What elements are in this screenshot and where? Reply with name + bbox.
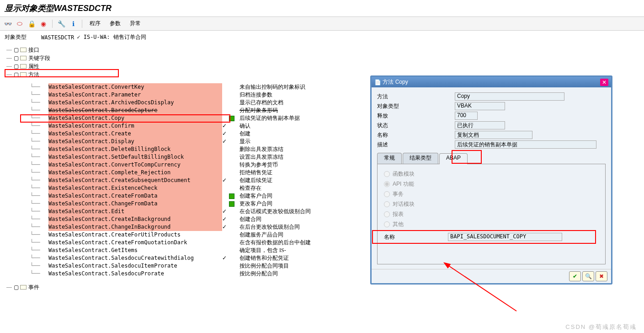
toolbar: 👓 ⬭ 🔒 ◉ 🔧 ℹ 程序 参数 异常 <box>0 17 644 31</box>
method-item[interactable]: WasteSalesContract.Complete_Rejection <box>48 169 222 177</box>
method-check: ✓ <box>222 223 227 231</box>
method-desc: 创建客户合同 <box>240 192 272 200</box>
method-item[interactable]: WasteSalesContract.ArchivedDocsDisplay <box>48 99 222 107</box>
method-desc: 显示已存档的文档 <box>240 99 283 107</box>
node-events[interactable]: 事件 <box>28 283 39 291</box>
method-item[interactable]: WasteSalesContract.Confirm <box>48 122 222 130</box>
object-code: WASTESDCTR <box>41 34 74 41</box>
method-desc: 按比例分配合同项目 <box>240 262 289 270</box>
close-icon[interactable]: ✕ <box>600 79 608 86</box>
fv-objtype: VBAK <box>455 102 505 110</box>
method-check: ✓ <box>222 177 227 184</box>
method-check: ✓ <box>222 254 227 262</box>
node-keyfields[interactable]: 关键字段 <box>28 54 50 62</box>
radio-3[interactable] <box>384 201 390 207</box>
display-change-icon[interactable]: 👓 <box>4 20 12 28</box>
radio-2[interactable] <box>384 191 390 197</box>
radio-0[interactable] <box>384 171 390 177</box>
menu-exceptions[interactable]: 异常 <box>127 19 144 28</box>
method-desc: 创建合同 <box>240 215 261 223</box>
method-item[interactable]: WasteSalesContract.CreateSubsequentDocum… <box>48 177 222 184</box>
fl-name: 名称 <box>377 131 455 139</box>
fv-desc: 后续凭证的销售副本单据 <box>455 140 596 149</box>
radio-label: API 功能 <box>393 180 414 188</box>
radio-label: 事务 <box>393 190 404 198</box>
method-item[interactable]: WasteSalesContract.SalesdocuProrate <box>48 270 222 278</box>
method-item[interactable]: WasteSalesContract.CreateForUtilProducts <box>48 231 222 239</box>
detail-button[interactable]: 🔍 <box>582 271 594 281</box>
tab-result[interactable]: 结果类型 <box>403 153 438 164</box>
method-desc: 删除出具发票冻结 <box>240 145 283 153</box>
node-methods[interactable]: 方法 <box>28 70 39 79</box>
where-used-icon[interactable]: ◉ <box>39 20 48 28</box>
method-desc: 在含有报价数据的后台中创建 <box>240 239 311 247</box>
object-header: 对象类型 WASTESDCTR ✓ IS-U-WA: 销售订单合同 <box>0 31 644 44</box>
method-check: ✓ <box>222 138 227 145</box>
other-object-icon[interactable]: ⬭ <box>16 20 24 28</box>
method-item[interactable]: WasteSalesContract.ChangeFromData <box>48 200 222 208</box>
tabstrip: 常规 结果类型 ABAP <box>377 153 606 164</box>
method-item[interactable]: WasteSalesContract.Display <box>48 138 222 145</box>
fv-release: 700 <box>455 112 478 120</box>
fv-status: 已执行 <box>455 121 505 129</box>
method-check: ✓ <box>222 215 227 223</box>
tab-abap[interactable]: ABAP <box>439 153 468 164</box>
menu-program[interactable]: 程序 <box>87 19 103 28</box>
method-item[interactable]: WasteSalesContract.DeleteBillingBlock <box>48 145 222 153</box>
method-item[interactable]: WasteSalesContract.BarcodeCapture <box>48 107 222 114</box>
method-desc: 归档连接参数 <box>240 91 272 99</box>
abap-name-label: 名称 <box>384 233 448 241</box>
method-desc: 创建 <box>240 130 250 138</box>
method-desc: 更改客户合同 <box>240 200 272 208</box>
ok-button[interactable]: ✔ <box>569 271 581 281</box>
radio-label: 对话模块 <box>393 200 415 208</box>
method-item[interactable]: WasteSalesContract.ConvertToCompCurrency <box>48 161 222 169</box>
method-desc: 后续凭证的销售副本单据 <box>240 114 300 122</box>
method-desc: 分配对象条形码 <box>240 107 278 114</box>
method-dialog: 📄 方法 Copy ✕ 方法Copy 对象类型VBAK 释放700 状态已执行 … <box>370 75 612 285</box>
method-item[interactable]: WasteSalesContract.ExistenceCheck <box>48 184 222 192</box>
radio-1[interactable] <box>384 181 390 187</box>
cancel-button[interactable]: ✖ <box>596 271 607 281</box>
method-item[interactable]: WasteSalesContract.CreateFromData <box>48 192 222 200</box>
separator <box>52 20 53 28</box>
fl-objtype: 对象类型 <box>377 102 455 110</box>
method-desc: 检查存在 <box>240 184 261 192</box>
method-check: ✓ <box>222 122 227 130</box>
method-desc: 在会话模式更改较低级别合同 <box>240 208 311 215</box>
fl-desc: 描述 <box>377 141 455 149</box>
method-item[interactable]: WasteSalesContract.SalesdocuItemProrate <box>48 262 222 270</box>
node-attributes[interactable]: 属性 <box>28 62 39 70</box>
test-icon[interactable]: 🔧 <box>57 20 65 28</box>
tab-general[interactable]: 常规 <box>377 153 402 164</box>
method-item[interactable]: WasteSalesContract.Copy <box>48 114 222 122</box>
method-desc: 拒绝销售凭证 <box>240 169 272 177</box>
radio-4[interactable] <box>384 211 390 217</box>
menu-params[interactable]: 参数 <box>107 19 123 28</box>
object-status: ✓ IS-U-WA: 销售订单合同 <box>77 33 146 41</box>
fv-method: Copy <box>455 92 564 101</box>
method-item[interactable]: WasteSalesContract.ChangeInBackground <box>48 223 222 231</box>
method-desc: 创建服务产品合同 <box>240 231 283 239</box>
dialog-doc-icon: 📄 <box>374 79 381 86</box>
dialog-buttons: ✔ 🔍 ✖ <box>372 269 611 283</box>
lock-icon[interactable]: 🔒 <box>27 20 36 28</box>
info-icon[interactable]: ℹ <box>69 20 77 28</box>
method-item[interactable]: WasteSalesContract.Create <box>48 130 222 138</box>
method-item[interactable]: WasteSalesContract.SalesdocuCreatewithdi… <box>48 254 222 262</box>
method-item[interactable]: WasteSalesContract.CreateFromQuotationDa… <box>48 239 222 247</box>
method-item[interactable]: WasteSalesContract.Edit <box>48 208 222 215</box>
method-item[interactable]: WasteSalesContract.ConvertKey <box>48 83 222 91</box>
method-item[interactable]: WasteSalesContract.CreateInBackground <box>48 215 222 223</box>
header-label: 对象类型 <box>5 33 27 41</box>
method-desc: 按比例分配合同 <box>240 270 278 278</box>
method-desc: 设置出具发票冻结 <box>240 153 283 161</box>
api-indicator-icon <box>229 201 234 207</box>
radio-5[interactable] <box>384 221 390 227</box>
api-indicator-icon <box>229 193 234 199</box>
method-item[interactable]: WasteSalesContract.SetDefaultBillingBloc… <box>48 153 222 161</box>
method-item[interactable]: WasteSalesContract.Parameter <box>48 91 222 99</box>
node-interface[interactable]: 接口 <box>28 46 39 54</box>
separator <box>82 20 82 28</box>
method-item[interactable]: WasteSalesContract.GetItems <box>48 247 222 254</box>
